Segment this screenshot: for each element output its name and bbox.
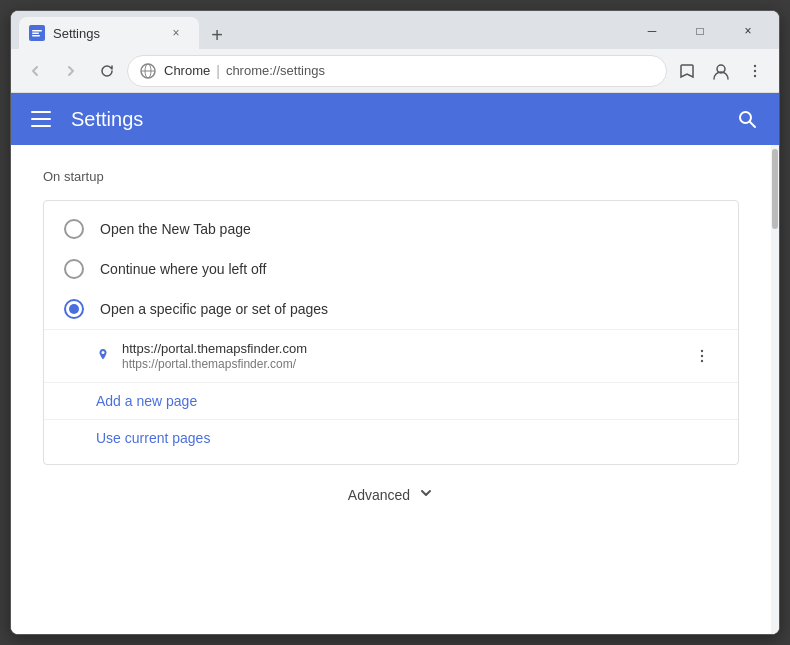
radio-option-continue[interactable]: Continue where you left off — [44, 249, 738, 289]
radio-label-continue: Continue where you left off — [100, 261, 266, 277]
hamburger-menu[interactable] — [27, 107, 55, 131]
window-controls: ─ □ × — [629, 17, 771, 45]
url-texts: https://portal.themapsfinder.com https:/… — [122, 341, 674, 371]
radio-label-specific: Open a specific page or set of pages — [100, 301, 328, 317]
url-main: https://portal.themapsfinder.com — [122, 341, 674, 356]
advanced-label: Advanced — [348, 487, 410, 503]
profile-button[interactable] — [705, 55, 737, 87]
svg-rect-3 — [32, 35, 40, 37]
forward-button[interactable] — [55, 55, 87, 87]
maximize-button[interactable]: □ — [677, 17, 723, 45]
radio-option-specific[interactable]: Open a specific page or set of pages — [44, 289, 738, 329]
browser-window: Settings × + ─ □ × Chrome | — [10, 10, 780, 635]
tab-favicon — [29, 25, 45, 41]
pin-icon — [96, 348, 110, 365]
radio-label-new-tab: Open the New Tab page — [100, 221, 251, 237]
svg-point-15 — [701, 355, 703, 357]
omnibox-url: Chrome | chrome://settings — [164, 63, 654, 79]
radio-option-new-tab[interactable]: Open the New Tab page — [44, 209, 738, 249]
minimize-button[interactable]: ─ — [629, 17, 675, 45]
title-bar: Settings × + ─ □ × — [11, 11, 779, 49]
close-button[interactable]: × — [725, 17, 771, 45]
toolbar-right — [671, 55, 771, 87]
svg-point-16 — [701, 360, 703, 362]
header-left: Settings — [27, 107, 143, 131]
scrollbar-thumb[interactable] — [772, 149, 778, 229]
add-new-page-link[interactable]: Add a new page — [44, 382, 738, 419]
tab-close-button[interactable]: × — [167, 24, 185, 42]
bookmark-button[interactable] — [671, 55, 703, 87]
svg-line-12 — [750, 122, 755, 127]
scrollbar[interactable] — [771, 145, 779, 634]
app-header: Settings — [11, 93, 779, 145]
menu-button[interactable] — [739, 55, 771, 87]
omnibox[interactable]: Chrome | chrome://settings — [127, 55, 667, 87]
hamburger-line-2 — [31, 118, 51, 120]
omnibox-path: chrome://settings — [226, 63, 325, 78]
svg-rect-1 — [32, 30, 42, 32]
page-content: PC On startup Open the New Tab page Cont… — [11, 145, 779, 634]
omnibox-favicon — [140, 63, 156, 79]
omnibox-separator: | — [216, 63, 220, 79]
use-current-pages-link[interactable]: Use current pages — [44, 419, 738, 456]
options-card: Open the New Tab page Continue where you… — [43, 200, 739, 465]
svg-point-9 — [754, 69, 756, 71]
search-button[interactable] — [731, 103, 763, 135]
url-menu-button[interactable] — [686, 340, 718, 372]
page-title: Settings — [71, 108, 143, 131]
advanced-section[interactable]: Advanced — [43, 465, 739, 525]
radio-dot — [69, 304, 79, 314]
svg-point-13 — [102, 351, 105, 354]
radio-circle-continue — [64, 259, 84, 279]
svg-point-8 — [754, 64, 756, 66]
active-tab[interactable]: Settings × — [19, 17, 199, 49]
svg-rect-2 — [32, 33, 39, 35]
svg-point-14 — [701, 350, 703, 352]
url-entry: https://portal.themapsfinder.com https:/… — [44, 329, 738, 382]
toolbar: Chrome | chrome://settings — [11, 49, 779, 93]
tab-strip: Settings × + — [19, 17, 629, 49]
svg-point-10 — [754, 74, 756, 76]
hamburger-line-3 — [31, 125, 51, 127]
omnibox-domain: Chrome — [164, 63, 210, 78]
new-tab-button[interactable]: + — [203, 21, 231, 49]
section-title: On startup — [43, 169, 739, 184]
hamburger-line-1 — [31, 111, 51, 113]
tab-title: Settings — [53, 26, 100, 41]
radio-circle-new-tab — [64, 219, 84, 239]
chevron-down-icon — [418, 485, 434, 505]
radio-circle-specific — [64, 299, 84, 319]
main-content: PC On startup Open the New Tab page Cont… — [11, 145, 771, 634]
back-button[interactable] — [19, 55, 51, 87]
reload-button[interactable] — [91, 55, 123, 87]
url-sub: https://portal.themapsfinder.com/ — [122, 357, 674, 371]
